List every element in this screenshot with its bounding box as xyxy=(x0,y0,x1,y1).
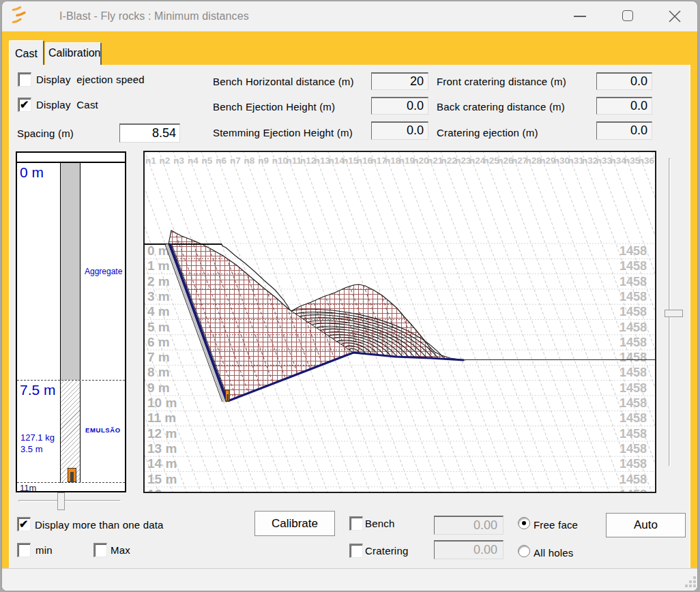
svg-text:3 m: 3 m xyxy=(147,289,170,304)
svg-text:4 m: 4 m xyxy=(147,304,170,319)
svg-text:7 m: 7 m xyxy=(147,350,170,364)
svg-text:1458: 1458 xyxy=(619,366,647,379)
svg-text:n4: n4 xyxy=(188,156,199,166)
svg-text:n9: n9 xyxy=(258,156,269,166)
svg-text:n7: n7 xyxy=(230,156,241,166)
svg-text:n11: n11 xyxy=(287,156,302,166)
svg-text:14 m: 14 m xyxy=(147,456,177,471)
svg-text:1458: 1458 xyxy=(619,336,647,349)
svg-text:2 m: 2 m xyxy=(147,274,170,288)
svg-text:n36: n36 xyxy=(639,156,655,166)
svg-text:1458: 1458 xyxy=(619,457,647,471)
svg-text:11 m: 11 m xyxy=(147,411,176,425)
svg-text:1458: 1458 xyxy=(619,305,647,319)
svg-text:1458: 1458 xyxy=(619,473,647,486)
svg-text:1458: 1458 xyxy=(619,411,647,425)
svg-text:6 m: 6 m xyxy=(147,335,170,349)
svg-text:1458: 1458 xyxy=(619,244,647,258)
svg-text:1458: 1458 xyxy=(619,381,647,395)
svg-text:n8: n8 xyxy=(244,156,255,166)
svg-text:1458: 1458 xyxy=(619,442,647,456)
svg-text:8 m: 8 m xyxy=(147,365,170,379)
svg-text:1458: 1458 xyxy=(619,427,647,441)
svg-text:n5: n5 xyxy=(202,156,213,166)
svg-text:9 m: 9 m xyxy=(147,381,170,395)
svg-text:1458: 1458 xyxy=(619,259,647,273)
svg-text:15 m: 15 m xyxy=(147,472,177,486)
svg-text:n3: n3 xyxy=(173,156,184,166)
svg-text:1458: 1458 xyxy=(619,396,647,410)
svg-text:12 m: 12 m xyxy=(147,426,177,441)
svg-text:n1: n1 xyxy=(145,156,156,166)
svg-text:1458: 1458 xyxy=(619,275,647,288)
svg-text:n2: n2 xyxy=(160,156,171,166)
svg-text:1458: 1458 xyxy=(619,290,647,304)
svg-text:n6: n6 xyxy=(216,156,227,166)
svg-text:1458: 1458 xyxy=(619,351,647,364)
svg-text:10 m: 10 m xyxy=(147,396,177,410)
svg-text:5 m: 5 m xyxy=(147,320,170,334)
svg-text:1 m: 1 m xyxy=(147,258,170,273)
svg-text:13 m: 13 m xyxy=(147,441,177,456)
svg-text:1458: 1458 xyxy=(619,321,647,334)
